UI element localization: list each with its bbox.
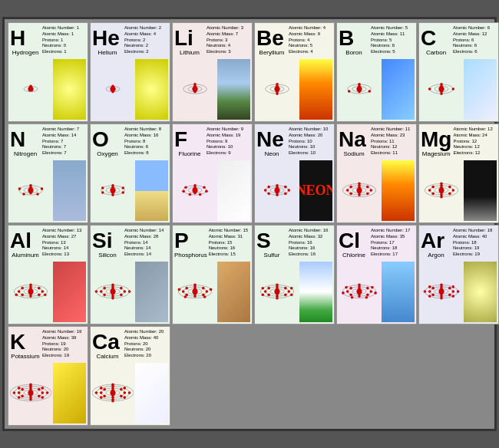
svg-point-183 [290, 287, 293, 290]
element-header: PPhosphorusAtomic Number: 15Atomic Mass:… [173, 226, 252, 260]
atom-diagram [339, 262, 380, 322]
info-line: Atomic Number: 11 [371, 127, 413, 133]
info-line: Neutrons: 7 [42, 144, 84, 150]
info-line: Atomic Mass: 20 [289, 133, 331, 139]
info-line: Atomic Number: 9 [207, 127, 249, 133]
svg-point-155 [202, 287, 205, 290]
element-image [135, 363, 168, 423]
element-image [464, 160, 497, 221]
info-line: Atomic Mass: 1 [42, 31, 84, 38]
info-line: Electrons: 9 [207, 150, 249, 156]
info-line: Neutrons: 16 [289, 245, 331, 252]
svg-point-251 [13, 392, 16, 395]
svg-point-94 [346, 189, 349, 193]
element-info: Atomic Number: 5Atomic Mass: 11Protons: … [369, 25, 415, 56]
svg-point-262 [124, 392, 127, 395]
element-bottom [8, 260, 88, 324]
atom-diagram [174, 59, 216, 120]
element-image [464, 262, 497, 322]
info-line: Protons: 12 [453, 139, 495, 145]
atom-diagram [92, 262, 134, 322]
svg-point-145 [111, 284, 114, 287]
info-line: Atomic Mass: 39 [42, 335, 84, 341]
info-line: Neutrons: 14 [42, 245, 84, 252]
svg-point-56 [101, 192, 104, 195]
svg-point-279 [111, 400, 114, 403]
element-info: Atomic Number: 9Atomic Mass: 19Protons: … [205, 126, 250, 157]
symbol-box: ArArgon [421, 227, 451, 259]
element-name: Beryllium [256, 49, 287, 56]
atom-diagram [174, 262, 216, 322]
svg-point-200 [349, 287, 352, 290]
info-line: Atomic Mass: 35 [371, 234, 413, 240]
svg-point-202 [358, 284, 361, 287]
atom-diagram [92, 160, 134, 221]
element-info: Atomic Number: 19Atomic Mass: 39Protons:… [41, 328, 86, 360]
symbol-box: OOxygen [92, 126, 123, 157]
svg-point-66 [199, 193, 202, 196]
element-card-h: HHydrogenAtomic Number: 1Atomic Mass: 1P… [8, 22, 88, 122]
element-symbol: C [421, 28, 436, 49]
symbol-box: BeBeryllium [256, 25, 287, 56]
info-line: Protons: 18 [453, 240, 495, 246]
svg-point-250 [18, 397, 21, 400]
info-line: Electrons: 4 [289, 49, 331, 55]
element-header: NeNeonAtomic Number: 10Atomic Mass: 20Pr… [255, 124, 334, 159]
element-symbol: Al [10, 230, 31, 252]
svg-point-45 [22, 193, 25, 196]
svg-point-93 [349, 193, 352, 196]
atom-diagram [10, 59, 51, 120]
info-line: Atomic Number: 17 [371, 228, 413, 234]
element-name: Sodium [339, 150, 369, 157]
element-image [217, 59, 250, 120]
element-header: SiSiliconAtomic Number: 14Atomic Mass: 2… [91, 226, 170, 260]
atom-diagram [174, 160, 216, 221]
svg-point-89 [366, 186, 369, 189]
svg-point-25 [358, 84, 361, 87]
svg-point-252 [18, 387, 21, 390]
info-line: Atomic Number: 19 [42, 329, 84, 335]
element-name: Fluorine [174, 150, 205, 157]
element-header: NNitrogenAtomic Number: 7Atomic Mass: 14… [8, 124, 88, 159]
element-image [217, 262, 250, 322]
info-line: Neutrons: 20 [124, 347, 167, 353]
element-card-li: LiLithiumAtomic Number: 3Atomic Mass: 7P… [172, 22, 253, 122]
info-line: Electrons: 19 [42, 353, 84, 359]
element-bottom: NEON [255, 159, 334, 222]
element-symbol: He [92, 28, 120, 49]
element-image [217, 160, 250, 221]
element-name: Nitrogen [10, 150, 41, 157]
svg-point-80 [267, 193, 270, 196]
element-card-he: HeHeliumAtomic Number: 2Atomic Mass: 4Pr… [90, 22, 170, 122]
info-line: Atomic Number: 3 [207, 25, 249, 31]
info-line: Neutrons: 5 [289, 43, 331, 49]
info-line: Atomic Number: 10 [289, 127, 331, 133]
info-line: Atomic Mass: 32 [289, 234, 331, 240]
element-header: FFluorineAtomic Number: 9Atomic Mass: 19… [173, 124, 252, 159]
info-line: Atomic Mass: 31 [209, 234, 249, 240]
svg-point-141 [103, 294, 106, 297]
element-bottom [173, 159, 252, 222]
svg-point-215 [448, 287, 451, 290]
element-image [135, 59, 168, 120]
element-symbol: Cl [339, 230, 360, 252]
element-info: Atomic Number: 7Atomic Mass: 14Protons: … [41, 126, 86, 157]
svg-point-138 [124, 291, 127, 294]
atom-diagram [256, 262, 298, 322]
svg-point-105 [452, 189, 455, 193]
element-image [299, 59, 332, 120]
svg-point-128 [29, 284, 32, 287]
symbol-box: AlAluminum [10, 227, 41, 259]
svg-point-223 [440, 284, 443, 287]
info-line: Neutrons: 4 [207, 43, 249, 49]
svg-point-79 [276, 194, 279, 197]
element-card-k: KPotassiumAtomic Number: 19Atomic Mass: … [8, 326, 88, 426]
svg-point-185 [276, 297, 279, 300]
svg-point-182 [276, 284, 279, 287]
element-name: Helium [92, 49, 123, 56]
svg-point-203 [371, 286, 374, 289]
atom-diagram [10, 262, 51, 322]
element-header: SSulfurAtomic Number: 16Atomic Mass: 32P… [255, 226, 334, 260]
svg-point-104 [448, 186, 451, 189]
info-line: Electrons: 2 [124, 49, 167, 55]
